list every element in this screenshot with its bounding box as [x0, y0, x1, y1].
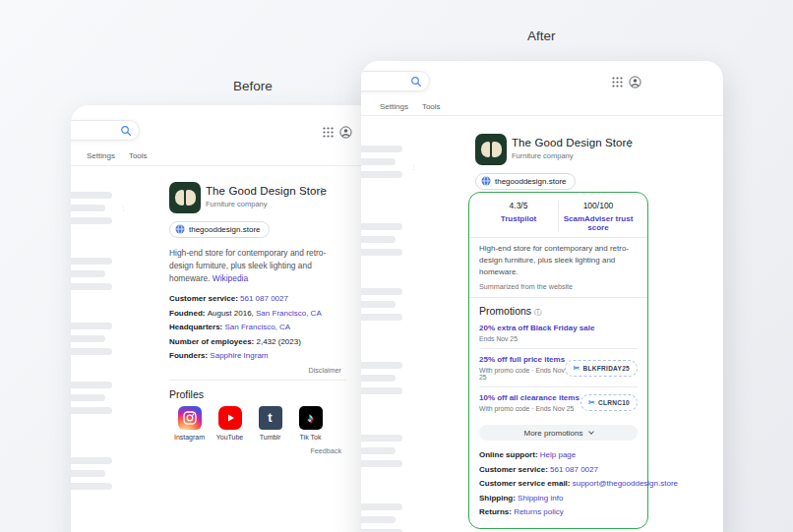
promotion-link[interactable]: 10% off all clearance items — [479, 393, 580, 402]
tab-tools[interactable]: Tools — [129, 151, 148, 160]
result-menu-dots-icon: ⋮ — [120, 205, 127, 212]
fact-link[interactable]: Help page — [540, 450, 576, 459]
divider — [469, 297, 647, 298]
business-category: Furniture company — [512, 151, 633, 160]
apps-grid-icon[interactable] — [612, 77, 623, 88]
skeleton-result — [361, 223, 402, 262]
trust-enhanced-panel: 4.3/5 Trustpilot 100/100 ScamAdviser tru… — [468, 192, 648, 529]
chevron-down-icon — [588, 429, 594, 435]
after-screenshot-card: Settings Tools ⋮ The Good Design Store F… — [361, 61, 723, 532]
trustpilot-link[interactable]: Trustpilot — [479, 214, 558, 223]
wikipedia-link[interactable]: Wikipedia — [213, 273, 248, 283]
business-category: Furniture company — [206, 200, 327, 208]
skeleton-result — [71, 258, 112, 296]
social-profile-youtube[interactable]: YouTube — [210, 406, 250, 441]
fact-row: Shipping: Shipping info — [479, 492, 638, 506]
social-label: Tik Tok — [300, 434, 322, 441]
fact-row: Headquarters: San Francisco, CA — [169, 321, 346, 335]
skeleton-result — [71, 382, 112, 420]
search-input[interactable] — [71, 120, 140, 141]
globe-icon — [481, 176, 491, 186]
promotion-meta: With promo code · Ends Nov 25 — [479, 405, 580, 412]
skeleton-result — [361, 146, 402, 184]
social-label: Instagram — [174, 434, 205, 441]
business-description: High-end store for contemporary and retr… — [169, 247, 342, 285]
fact-value: 2,432 (2023) — [256, 337, 300, 346]
knowledge-panel-before: The Good Design Store Furniture company … — [169, 182, 346, 455]
promotion-row: 20% extra off Black Friday saleEnds Nov … — [479, 318, 638, 348]
profiles-title: Profiles — [169, 388, 346, 400]
tab-tools[interactable]: Tools — [422, 102, 441, 111]
social-profile-instagram[interactable]: Instagram — [169, 406, 210, 441]
tab-settings[interactable]: Settings — [380, 102, 408, 111]
promo-code-chip[interactable]: ✂BLKFRIDAY25 — [565, 360, 638, 377]
promotions-list: 20% extra off Black Friday saleEnds Nov … — [479, 318, 638, 418]
website-chip[interactable]: thegooddesign.store — [169, 221, 270, 238]
promotion-link[interactable]: 20% extra off Black Friday sale — [479, 324, 594, 332]
skeleton-result — [361, 503, 402, 532]
panel-menu-icon[interactable]: ⋮ — [317, 186, 327, 197]
fact-row: Returns: Returns policy — [479, 505, 638, 520]
fact-link[interactable]: support@thegooddesign.store — [573, 479, 678, 488]
promotions-title: Promotions ⓘ — [479, 305, 638, 318]
promo-code-chip[interactable]: ✂CLRNC10 — [580, 394, 638, 411]
search-input[interactable] — [361, 71, 430, 91]
facts-list: Online support: Help pageCustomer servic… — [479, 448, 638, 520]
store-logo — [169, 182, 201, 213]
info-icon[interactable]: ⓘ — [534, 308, 542, 317]
fact-link[interactable]: 561 087 0027 — [240, 294, 288, 303]
youtube-icon — [218, 406, 242, 430]
social-label: Tumblr — [260, 434, 281, 441]
skeleton-result — [71, 323, 112, 361]
divider — [469, 237, 647, 238]
fact-link[interactable]: San Francisco, CA — [224, 323, 290, 331]
fact-row: Number of employees: 2,432 (2023) — [169, 335, 346, 350]
fact-link[interactable]: Sapphire Ingram — [210, 351, 268, 360]
search-header: Settings Tools — [361, 61, 723, 116]
tumblr-icon: t — [259, 406, 282, 430]
fact-link[interactable]: 561 087 0027 — [550, 465, 598, 474]
promotion-meta: With promo code · Ends Nov 25 — [479, 367, 565, 381]
social-profiles: InstagramYouTubetTumblr♪Tik Tok — [169, 406, 346, 441]
promotion-row: 25% off full price itemsWith promo code … — [479, 348, 638, 386]
panel-menu-icon[interactable]: ⋮ — [625, 138, 635, 148]
scamadviser-rating: 100/100 ScamAdviser trust score — [558, 201, 638, 232]
fact-link[interactable]: Returns policy — [514, 507, 564, 516]
fact-link[interactable]: San Francisco, CA — [256, 309, 322, 318]
promotion-link[interactable]: 25% off full price items — [479, 355, 565, 364]
disclaimer-link[interactable]: Disclaimer — [169, 366, 346, 375]
apps-grid-icon[interactable] — [323, 127, 334, 138]
globe-icon — [175, 224, 185, 234]
fact-row: Founders: Sapphire Ingram — [169, 349, 346, 364]
facts-list: Customer service: 561 087 0027Foudned: A… — [169, 292, 346, 364]
fact-row: Online support: Help page — [479, 448, 638, 463]
tab-settings[interactable]: Settings — [87, 151, 115, 160]
search-icon — [120, 125, 132, 137]
more-promotions-button[interactable]: More promotions — [479, 425, 638, 441]
feedback-link[interactable]: Feedback — [169, 446, 346, 455]
tiktok-icon: ♪ — [299, 406, 323, 430]
account-avatar-icon[interactable] — [339, 126, 352, 139]
after-label: After — [527, 29, 556, 43]
fact-link[interactable]: Shipping info — [518, 494, 563, 502]
skeleton-result — [361, 288, 402, 326]
fact-row: Customer service: 561 087 0027 — [479, 463, 638, 478]
skeleton-result — [71, 457, 112, 496]
scamadviser-link[interactable]: ScamAdviser trust score — [559, 214, 638, 232]
instagram-icon — [178, 406, 202, 430]
promotion-meta: Ends Nov 25 — [479, 335, 594, 342]
social-profile-tumblr[interactable]: tTumblr — [250, 406, 290, 441]
search-icon — [410, 76, 422, 88]
before-screenshot-card: Settings Tools ⋮ The Good Design Store F… — [71, 105, 378, 532]
business-name: The Good Design Store — [512, 137, 633, 148]
promotion-row: 10% off all clearance itemsWith promo co… — [479, 386, 638, 418]
skeleton-result — [361, 435, 402, 473]
divider — [169, 380, 346, 381]
website-chip[interactable]: thegooddesign.store — [475, 173, 576, 190]
account-avatar-icon[interactable] — [629, 76, 641, 89]
search-header: Settings Tools — [71, 105, 378, 166]
business-description: High-end store for contemporary and retr… — [479, 243, 638, 278]
social-profile-tiktok[interactable]: ♪Tik Tok — [290, 406, 331, 441]
result-menu-dots-icon: ⋮ — [410, 163, 417, 171]
fact-row: Customer service email: support@thegoodd… — [479, 477, 638, 492]
